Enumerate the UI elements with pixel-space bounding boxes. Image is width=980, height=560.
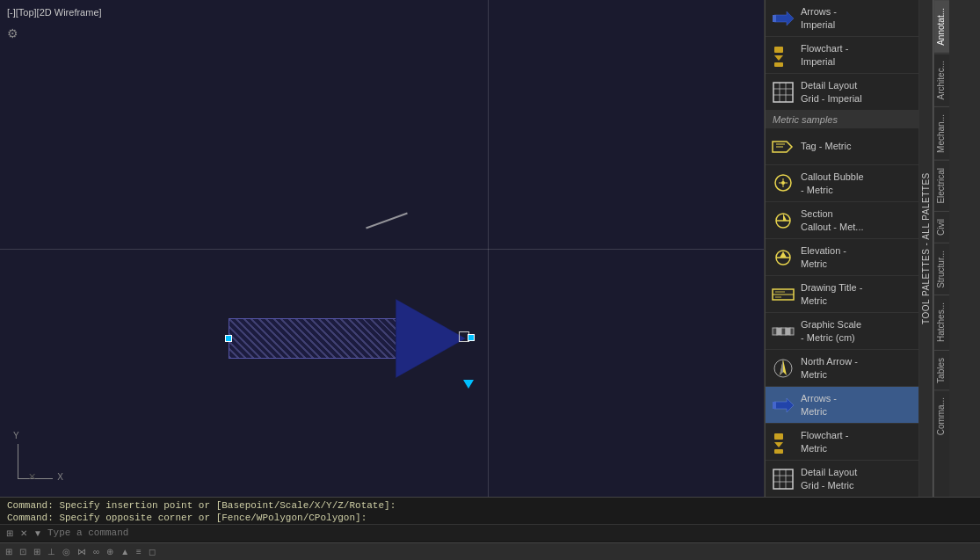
svg-marker-22 <box>780 251 787 258</box>
command-line-1: Command: Specify insertion point or [Bas… <box>0 499 980 512</box>
status-icon-grid[interactable]: ⊞ <box>32 547 42 556</box>
status-icon-ducs[interactable]: ⊕ <box>105 547 115 556</box>
svg-marker-3 <box>774 55 783 61</box>
svg-rect-30 <box>786 328 790 335</box>
drawing-title-metric-icon <box>771 282 795 307</box>
crosshair-horizontal <box>0 249 764 250</box>
selection-handle-down[interactable] <box>463 380 474 389</box>
status-icon-model[interactable]: ⊞ <box>4 547 14 556</box>
palette-label-flowchart-imperial: Flowchart -Imperial <box>801 42 848 68</box>
section-callout-metric-icon <box>771 208 795 233</box>
status-icon-snap[interactable]: ⊡ <box>18 547 28 556</box>
status-icon-dyn[interactable]: ▲ <box>119 547 131 556</box>
palette-item-drawing-title-metric[interactable]: Drawing Title -Metric <box>766 276 918 313</box>
status-icon-tp[interactable]: ◻ <box>147 547 157 556</box>
main-area: [-][Top][2D Wireframe] ⚙ <box>0 0 980 497</box>
tab-tables[interactable]: Tables <box>934 350 949 390</box>
palette-label-detail-layout-grid-metric: Detail LayoutGrid - Metric <box>801 466 857 491</box>
arrow-body <box>229 318 404 359</box>
svg-rect-27 <box>773 328 777 335</box>
tab-command[interactable]: Comma... <box>934 389 949 442</box>
palette-label-elevation-metric: Elevation -Metric <box>801 244 846 270</box>
status-icon-otrack[interactable]: ∞ <box>91 547 101 556</box>
close-icon[interactable]: ✕ <box>18 527 30 539</box>
palette-item-detail-layout-grid-metric[interactable]: Detail LayoutGrid - Metric <box>766 461 918 497</box>
palette-item-flowchart-metric[interactable]: Flowchart -Metric <box>766 424 918 461</box>
palette-item-tag-metric[interactable]: Tag - Metric <box>766 128 918 165</box>
command-line-2: Command: Specify opposite corner or [Fen… <box>0 512 980 524</box>
palette-item-arrows-imperial[interactable]: Arrows -Imperial <box>766 0 918 37</box>
command-icons: ⊞ ✕ ▼ <box>4 527 44 539</box>
status-icon-lw[interactable]: ≡ <box>134 547 143 556</box>
elevation-metric-icon <box>771 245 795 270</box>
command-input[interactable] <box>47 527 976 538</box>
viewport-gear-icon[interactable]: ⚙ <box>7 26 18 40</box>
svg-rect-28 <box>777 328 781 335</box>
svg-marker-38 <box>774 442 783 447</box>
arrow-object[interactable] <box>229 299 475 378</box>
svg-rect-29 <box>781 328 786 335</box>
status-icon-osnap[interactable]: ⋈ <box>76 547 88 556</box>
arrow-icon[interactable]: ▼ <box>32 527 44 539</box>
selection-handle-right[interactable] <box>468 334 475 341</box>
tab-architec[interactable]: Architec... <box>934 53 949 106</box>
flowchart-metric-icon <box>771 430 795 455</box>
callout-bubble-metric-icon <box>771 171 795 196</box>
viewport[interactable]: [-][Top][2D Wireframe] ⚙ <box>0 0 765 497</box>
status-icon-polar[interactable]: ◎ <box>61 547 72 556</box>
palette-list[interactable]: Arrows -Imperial Flowchart -Imperial <box>765 0 918 497</box>
palette-item-graphic-scale-metric[interactable]: Graphic Scale- Metric (cm) <box>766 313 918 350</box>
axis-y <box>18 444 18 479</box>
arrows-metric-icon <box>771 393 795 418</box>
palette-label-graphic-scale-metric: Graphic Scale- Metric (cm) <box>801 318 861 344</box>
svg-rect-36 <box>773 402 776 409</box>
tab-hatches[interactable]: Hatches... <box>934 295 949 349</box>
palette-item-section-callout-metric[interactable]: SectionCallout - Met... <box>766 202 918 239</box>
svg-rect-37 <box>774 433 783 440</box>
north-arrow-metric-icon <box>771 356 795 381</box>
detail-layout-grid-metric-icon <box>771 467 795 491</box>
palette-item-flowchart-imperial[interactable]: Flowchart -Imperial <box>766 37 918 74</box>
svg-rect-40 <box>773 469 793 489</box>
tab-annotate[interactable]: Annotat... <box>934 0 949 53</box>
svg-rect-39 <box>774 449 783 454</box>
flowchart-imperial-icon <box>771 43 795 68</box>
palette-label-north-arrow-metric: North Arrow -Metric <box>801 355 858 381</box>
svg-marker-35 <box>774 398 794 412</box>
palette-label-arrows-imperial: Arrows -Imperial <box>801 5 837 31</box>
right-panel: Arrows -Imperial Flowchart -Imperial <box>765 0 980 497</box>
palette-item-elevation-metric[interactable]: Elevation -Metric <box>766 239 918 276</box>
tab-electrical[interactable]: Electrical <box>934 160 949 211</box>
palette-item-arrows-metric[interactable]: Arrows -Metric <box>766 387 918 424</box>
palette-item-callout-bubble-metric[interactable]: Callout Bubble- Metric <box>766 165 918 202</box>
palette-label-section-callout-metric: SectionCallout - Met... <box>801 207 864 233</box>
tag-metric-icon <box>771 135 795 159</box>
tab-mechanic[interactable]: Mechan... <box>934 106 949 160</box>
viewport-label: [-][Top][2D Wireframe] <box>7 7 102 18</box>
svg-rect-1 <box>773 15 776 22</box>
palette-label-arrows-metric: Arrows -Metric <box>801 392 837 418</box>
crosshair-vertical <box>488 0 489 497</box>
cursor-line <box>366 213 408 229</box>
arrow-head-inner <box>396 300 465 377</box>
palette-item-detail-layout-grid-imperial[interactable]: Detail LayoutGrid - Imperial <box>766 74 918 111</box>
svg-point-16 <box>781 181 785 185</box>
svg-rect-5 <box>773 83 793 102</box>
status-icon-ortho[interactable]: ⊥ <box>46 547 57 556</box>
command-input-bar[interactable]: ⊞ ✕ ▼ <box>0 524 980 541</box>
palette-label-flowchart-metric: Flowchart -Metric <box>801 429 848 455</box>
tab-structural[interactable]: Structur... <box>934 243 949 295</box>
tool-palettes-label: TOOL PALETTES - ALL PALETTES <box>918 0 933 497</box>
selection-handle-left[interactable] <box>225 335 232 342</box>
layout-icon[interactable]: ⊞ <box>4 527 16 539</box>
palette-label-detail-layout-grid-imperial: Detail LayoutGrid - Imperial <box>801 79 862 105</box>
palette-item-north-arrow-metric[interactable]: North Arrow -Metric <box>766 350 918 387</box>
section-header-metric: Metric samples <box>766 111 918 128</box>
tab-strip: Annotat... Architec... Mechan... Electri… <box>933 0 949 497</box>
tab-civil[interactable]: Civil <box>934 211 949 243</box>
detail-layout-grid-imperial-icon <box>771 80 795 105</box>
arrows-imperial-icon <box>771 6 795 31</box>
svg-rect-4 <box>774 62 783 67</box>
axis-cross-icon: ✕ <box>28 471 36 483</box>
graphic-scale-metric-icon <box>771 319 795 344</box>
